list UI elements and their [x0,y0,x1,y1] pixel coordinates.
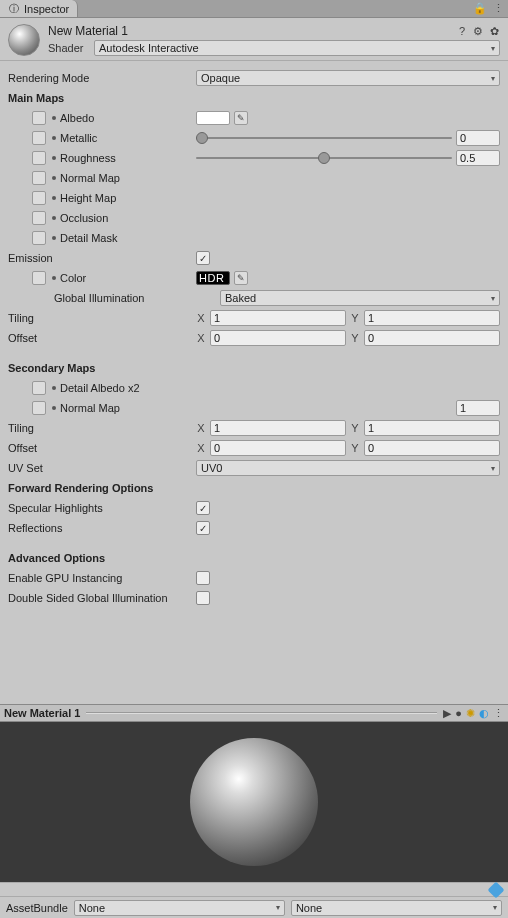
normal-map-label: Normal Map [60,172,120,184]
x-label: X [196,422,206,434]
material-header: New Material 1 ? ⚙ ✿ Shader Autodesk Int… [0,18,508,61]
chevron-down-icon: ▾ [493,903,497,912]
tab-inspector[interactable]: ⓘ Inspector [0,0,78,17]
specular-checkbox[interactable]: ✓ [196,501,210,515]
double-sided-gi-checkbox[interactable] [196,591,210,605]
emission-color-label: Color [60,272,86,284]
offset2-y-input[interactable]: 0 [364,440,500,456]
assetbundle-bar: AssetBundle None ▾ None ▾ [0,896,508,918]
secondary-maps-heading: Secondary Maps [8,362,196,374]
tiling-y-input[interactable]: 1 [364,310,500,326]
tiling-x-input[interactable]: 1 [210,310,346,326]
eyedropper-icon[interactable]: ✎ [234,111,248,125]
property-override-icon [52,196,56,200]
normal-map-texture-slot[interactable] [32,171,46,185]
emission-checkbox[interactable]: ✓ [196,251,210,265]
tab-label: Inspector [24,3,69,15]
offset-y-input[interactable]: 0 [364,330,500,346]
uv-set-dropdown[interactable]: UV0 ▾ [196,460,500,476]
forward-rendering-heading: Forward Rendering Options [8,482,196,494]
material-thumbnail-icon[interactable] [8,24,40,56]
metallic-texture-slot[interactable] [32,131,46,145]
uv-set-label: UV Set [8,462,196,474]
preset-icon[interactable]: ⚙ [472,25,484,37]
play-icon[interactable]: ▶ [443,707,451,720]
detail-mask-label: Detail Mask [60,232,117,244]
offset-x-input[interactable]: 0 [210,330,346,346]
shader-label: Shader [48,42,88,54]
offset2-x-input[interactable]: 0 [210,440,346,456]
chevron-down-icon: ▾ [491,464,495,473]
metallic-slider[interactable] [196,131,452,145]
menu-icon[interactable]: ⋮ [492,3,504,15]
main-maps-heading: Main Maps [8,92,196,104]
albedo-color-field[interactable] [196,111,230,125]
assetbundle-variant-dropdown[interactable]: None ▾ [291,900,502,916]
chevron-down-icon: ▾ [491,294,495,303]
y-label: Y [350,422,360,434]
albedo-texture-slot[interactable] [32,111,46,125]
material-preview-sphere [190,738,318,866]
lighting-icon[interactable]: ✺ [466,707,475,720]
tiling-label: Tiling [8,312,196,324]
metallic-label: Metallic [60,132,97,144]
reflections-checkbox[interactable]: ✓ [196,521,210,535]
detail-albedo-texture-slot[interactable] [32,381,46,395]
settings-icon[interactable]: ✿ [488,25,500,37]
eyedropper-icon[interactable]: ✎ [234,271,248,285]
tiling2-y-input[interactable]: 1 [364,420,500,436]
shader-value: Autodesk Interactive [99,42,199,54]
shape-icon[interactable]: ● [455,707,462,719]
lock-icon[interactable]: 🔒 [474,3,486,15]
normal-map2-label: Normal Map [60,402,120,414]
roughness-texture-slot[interactable] [32,151,46,165]
detail-mask-texture-slot[interactable] [32,231,46,245]
normal-map2-value-input[interactable]: 1 [456,400,500,416]
rendering-mode-dropdown[interactable]: Opaque ▾ [196,70,500,86]
info-icon: ⓘ [8,3,20,15]
offset2-label: Offset [8,442,196,454]
albedo-label: Albedo [60,112,94,124]
gpu-instancing-checkbox[interactable] [196,571,210,585]
gi-dropdown[interactable]: Baked ▾ [220,290,500,306]
detail-albedo-label: Detail Albedo x2 [60,382,140,394]
x-label: X [196,332,206,344]
roughness-value-input[interactable]: 0.5 [456,150,500,166]
property-override-icon [52,236,56,240]
emission-color-texture-slot[interactable] [32,271,46,285]
tiling2-label: Tiling [8,422,196,434]
height-map-texture-slot[interactable] [32,191,46,205]
gpu-instancing-label: Enable GPU Instancing [8,572,196,584]
material-name: New Material 1 [48,24,456,38]
emission-label: Emission [8,252,196,264]
property-override-icon [52,276,56,280]
roughness-slider[interactable] [196,151,452,165]
assetbundle-dropdown[interactable]: None ▾ [74,900,285,916]
emission-color-field[interactable]: HDR [196,271,230,285]
occlusion-texture-slot[interactable] [32,211,46,225]
menu-icon[interactable]: ⋮ [493,707,504,720]
preview-header[interactable]: New Material 1 ▶ ● ✺ ◐ ⋮ [0,704,508,722]
properties-panel: Rendering Mode Opaque ▾ Main Maps Albedo… [0,61,508,704]
property-override-icon [52,386,56,390]
y-label: Y [350,312,360,324]
drag-handle-icon[interactable] [86,712,437,714]
preview-viewport[interactable] [0,722,508,882]
x-label: X [196,442,206,454]
tiling2-x-input[interactable]: 1 [210,420,346,436]
shader-dropdown[interactable]: Autodesk Interactive ▾ [94,40,500,56]
normal-map2-texture-slot[interactable] [32,401,46,415]
chevron-down-icon: ▾ [491,74,495,83]
rendering-mode-label: Rendering Mode [8,72,196,84]
help-icon[interactable]: ? [456,25,468,37]
occlusion-label: Occlusion [60,212,108,224]
specular-label: Specular Highlights [8,502,196,514]
skybox-icon[interactable]: ◐ [479,707,489,720]
tab-bar: ⓘ Inspector 🔒 ⋮ [0,0,508,18]
height-map-label: Height Map [60,192,116,204]
chevron-down-icon: ▾ [276,903,280,912]
metallic-value-input[interactable]: 0 [456,130,500,146]
y-label: Y [350,332,360,344]
offset-label: Offset [8,332,196,344]
assetbundle-label: AssetBundle [6,902,68,914]
